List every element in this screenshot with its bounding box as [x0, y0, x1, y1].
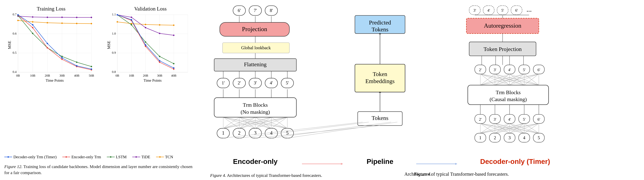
validation-loss-chart: Validation Loss MSE	[104, 6, 197, 152]
svg-text:1.1: 1.1	[112, 13, 116, 16]
svg-text:20B: 20B	[45, 74, 50, 77]
svg-text:4': 4'	[508, 117, 511, 122]
svg-text:4': 4'	[508, 68, 511, 72]
svg-text:MSE: MSE	[7, 41, 12, 49]
svg-text:Pipeline: Pipeline	[366, 158, 394, 165]
svg-text:6': 6'	[538, 117, 540, 122]
svg-text:10B: 10B	[30, 74, 36, 77]
legend-item-lstm: LSTM	[107, 155, 127, 159]
svg-text:Predicted: Predicted	[369, 19, 391, 26]
svg-point-41	[91, 66, 92, 67]
left-panel: Training Loss MSE	[0, 0, 202, 180]
svg-point-88	[131, 24, 132, 26]
svg-text:2': 2'	[238, 80, 241, 86]
svg-point-81	[173, 24, 174, 26]
svg-point-86	[173, 34, 174, 36]
training-loss-title: Training Loss	[4, 6, 98, 12]
svg-text:2': 2'	[479, 117, 482, 122]
svg-text:5': 5'	[523, 68, 526, 72]
svg-point-52	[76, 65, 78, 66]
svg-point-33	[61, 16, 63, 18]
svg-text:30B: 30B	[60, 74, 65, 77]
svg-point-24	[17, 20, 19, 21]
figure12-text: Training loss of candidate backbones. Mo…	[4, 164, 192, 175]
svg-text:3': 3'	[494, 117, 496, 122]
svg-text:5: 5	[538, 135, 540, 140]
svg-text:5': 5'	[523, 117, 526, 122]
legend-label-tide: TiDE	[141, 155, 150, 159]
svg-text:Tokens: Tokens	[372, 115, 388, 121]
svg-text:...: ...	[526, 6, 532, 13]
svg-text:Token Projection: Token Projection	[484, 46, 522, 52]
svg-text:40B: 40B	[171, 74, 176, 77]
svg-point-91	[173, 63, 174, 64]
svg-point-48	[17, 14, 19, 16]
svg-text:Projection: Projection	[242, 26, 267, 32]
svg-text:Trm Blocks: Trm Blocks	[243, 102, 268, 108]
svg-point-99	[145, 44, 146, 46]
svg-point-37	[32, 33, 34, 34]
svg-point-50	[47, 43, 48, 44]
svg-text:Architectures of typical Trans: Architectures of typical Transformer-bas…	[404, 172, 509, 177]
svg-text:10B: 10B	[129, 74, 134, 77]
svg-point-107	[110, 156, 112, 158]
svg-point-103	[8, 156, 9, 158]
svg-text:4: 4	[523, 135, 525, 140]
svg-text:Autoregression: Autoregression	[484, 22, 521, 29]
svg-text:0B: 0B	[16, 74, 20, 77]
svg-text:0B: 0B	[116, 74, 119, 77]
svg-text:Flattening: Flattening	[244, 61, 266, 68]
svg-text:50B: 50B	[89, 74, 94, 77]
svg-point-25	[32, 21, 34, 22]
architecture-diagram: 1 2 3 4 5	[204, 3, 641, 177]
training-loss-chart: Training Loss MSE	[4, 6, 98, 152]
svg-text:0.7: 0.7	[13, 13, 17, 16]
svg-point-105	[66, 156, 67, 158]
svg-text:Embeddings: Embeddings	[365, 78, 394, 84]
svg-point-43	[32, 27, 34, 28]
svg-point-26	[47, 22, 48, 24]
svg-point-39	[61, 56, 63, 57]
svg-point-90	[159, 56, 160, 57]
validation-loss-title: Validation Loss	[104, 6, 197, 12]
legend-label-decoder: Decoder-only Trm (Timer)	[14, 155, 56, 159]
svg-text:Global lookback: Global lookback	[241, 45, 271, 50]
figure12-caption: Figure 12. Training loss of candidate ba…	[4, 164, 197, 176]
svg-text:3: 3	[254, 130, 256, 136]
svg-text:3': 3'	[254, 80, 257, 86]
training-loss-svg: MSE 0.7 0.6 0.5 0.4	[4, 13, 98, 82]
figure12-label: Figure 12.	[4, 164, 22, 169]
svg-text:2': 2'	[479, 68, 482, 72]
svg-text:6': 6'	[538, 68, 540, 72]
encoder-output-tokens: 1' 2' 3' 4' 5'	[217, 78, 294, 88]
svg-text:3: 3	[508, 135, 510, 140]
legend-label-encoder: Encoder-only Trm	[72, 155, 101, 159]
svg-text:0.5: 0.5	[13, 51, 17, 54]
svg-text:3': 3'	[494, 68, 496, 72]
svg-point-40	[76, 62, 78, 63]
svg-text:Token: Token	[373, 71, 387, 77]
svg-text:Tokens: Tokens	[372, 26, 388, 33]
legend-item-tide: TiDE	[132, 155, 150, 159]
svg-text:Time Points: Time Points	[144, 78, 162, 82]
svg-point-45	[61, 58, 63, 60]
svg-text:8': 8'	[270, 8, 273, 13]
svg-text:Trm Blocks: Trm Blocks	[496, 90, 521, 95]
svg-text:0.4: 0.4	[13, 70, 17, 74]
svg-point-44	[47, 47, 48, 48]
svg-point-109	[136, 156, 137, 158]
svg-point-31	[32, 16, 34, 18]
svg-point-85	[159, 33, 160, 34]
svg-text:1: 1	[222, 130, 224, 136]
svg-point-101	[173, 67, 174, 69]
svg-text:(No masking): (No masking)	[241, 109, 270, 115]
svg-text:6': 6'	[238, 8, 241, 13]
svg-point-51	[61, 57, 63, 58]
svg-text:1': 1'	[222, 80, 225, 86]
legend: Decoder-only Trm (Timer) Encoder-only Tr…	[4, 155, 197, 159]
svg-text:4': 4'	[270, 80, 273, 86]
svg-point-28	[76, 23, 78, 24]
svg-point-98	[131, 19, 132, 20]
svg-point-34	[76, 17, 78, 18]
svg-point-111	[159, 156, 161, 158]
